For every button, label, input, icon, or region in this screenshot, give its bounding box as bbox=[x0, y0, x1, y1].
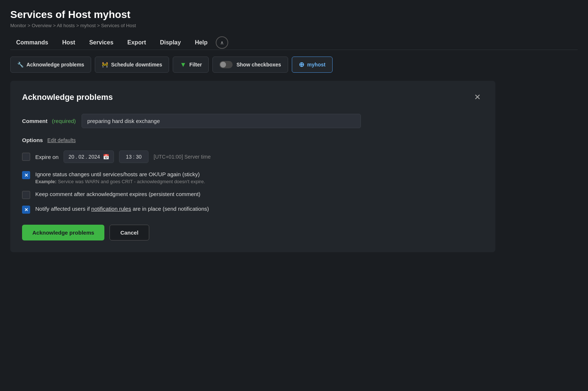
sticky-option-row: Ignore status changes until services/hos… bbox=[22, 171, 484, 184]
edit-defaults-link[interactable]: Edit defaults bbox=[47, 137, 76, 143]
toolbar: 🔧 Acknowledge problems 🚧 Schedule downti… bbox=[10, 57, 578, 73]
host-button[interactable]: ⊕ myhost bbox=[292, 57, 333, 73]
notify-label-suffix: are in place (send notifications) bbox=[133, 206, 209, 212]
expire-time-value: 13 : 30 bbox=[126, 154, 142, 160]
comment-input[interactable] bbox=[82, 114, 361, 128]
dialog-header: Acknowledge problems ✕ bbox=[22, 91, 484, 104]
notify-label-prefix: Notify affected users if bbox=[35, 206, 91, 212]
schedule-downtimes-button[interactable]: 🚧 Schedule downtimes bbox=[95, 57, 169, 73]
persistent-checkbox[interactable] bbox=[22, 191, 30, 199]
expire-date-input[interactable]: 20 . 02 . 2024 📅 bbox=[64, 151, 114, 163]
comment-row: Comment (required) bbox=[22, 114, 484, 128]
nav-display[interactable]: Display bbox=[154, 36, 187, 50]
filter-button[interactable]: ▼ Filter bbox=[173, 57, 209, 73]
nav-export[interactable]: Export bbox=[122, 36, 152, 50]
options-section: Options Edit defaults bbox=[22, 137, 484, 143]
expire-date-value: 20 . 02 . 2024 bbox=[68, 154, 100, 160]
nav-help[interactable]: Help bbox=[189, 36, 214, 50]
timezone-label: [UTC+01:00] Server time bbox=[154, 154, 211, 160]
nav-bar: Commands Host Services Export Display He… bbox=[10, 36, 578, 50]
filter-label: Filter bbox=[189, 62, 202, 68]
host-label: myhost bbox=[307, 62, 326, 68]
filter-icon: ▼ bbox=[180, 61, 186, 69]
example-bold: Example: bbox=[35, 179, 57, 184]
checkboxes-toggle[interactable] bbox=[219, 61, 233, 68]
expire-label: Expire on bbox=[35, 154, 58, 160]
sticky-checkbox[interactable] bbox=[22, 171, 30, 179]
options-title: Options bbox=[22, 137, 43, 143]
host-circle-icon: ⊕ bbox=[299, 61, 304, 69]
action-buttons: Acknowledge problems Cancel bbox=[22, 225, 484, 240]
acknowledge-dialog: Acknowledge problems ✕ Comment (required… bbox=[10, 81, 495, 252]
acknowledge-problems-label: Acknowledge problems bbox=[26, 62, 84, 68]
notify-option-row: Notify affected users if notification ru… bbox=[22, 206, 484, 214]
sticky-example: Example: Service was WARN and goes CRIT … bbox=[35, 179, 205, 184]
breadcrumb: Monitor > Overview > All hosts > myhost … bbox=[10, 23, 578, 28]
dialog-close-button[interactable]: ✕ bbox=[471, 91, 484, 104]
wrench-icon: 🔧 bbox=[17, 62, 24, 68]
show-checkboxes-button[interactable]: Show checkboxes bbox=[212, 57, 288, 73]
nav-collapse-button[interactable]: ∧ bbox=[216, 36, 228, 49]
sticky-option-label: Ignore status changes until services/hos… bbox=[35, 171, 205, 177]
notify-option-label: Notify affected users if notification ru… bbox=[35, 206, 209, 212]
expire-checkbox[interactable] bbox=[22, 153, 30, 161]
expire-time-input[interactable]: 13 : 30 bbox=[119, 151, 148, 163]
calendar-icon: 📅 bbox=[103, 154, 109, 160]
cancel-button[interactable]: Cancel bbox=[110, 225, 149, 240]
schedule-downtimes-label: Schedule downtimes bbox=[111, 62, 162, 68]
submit-acknowledge-button[interactable]: Acknowledge problems bbox=[22, 225, 104, 240]
nav-commands[interactable]: Commands bbox=[10, 36, 54, 50]
persistent-option-label: Keep comment after acknowledgment expire… bbox=[35, 191, 200, 197]
required-indicator: (required) bbox=[52, 118, 76, 124]
sticky-option-content: Ignore status changes until services/hos… bbox=[35, 171, 205, 184]
page-title: Services of Host myhost bbox=[10, 9, 578, 21]
acknowledge-problems-button[interactable]: 🔧 Acknowledge problems bbox=[10, 57, 91, 73]
expire-row: Expire on 20 . 02 . 2024 📅 13 : 30 [UTC+… bbox=[22, 151, 484, 163]
example-text: Service was WARN and goes CRIT - acknowl… bbox=[58, 179, 205, 184]
show-checkboxes-label: Show checkboxes bbox=[236, 62, 281, 68]
nav-host[interactable]: Host bbox=[56, 36, 81, 50]
dialog-title: Acknowledge problems bbox=[22, 93, 113, 102]
notification-rules-link[interactable]: notification rules bbox=[91, 206, 131, 212]
notify-checkbox[interactable] bbox=[22, 206, 30, 214]
persistent-option-row: Keep comment after acknowledgment expire… bbox=[22, 191, 484, 199]
nav-services[interactable]: Services bbox=[83, 36, 119, 50]
comment-label: Comment (required) bbox=[22, 118, 76, 124]
cone-icon: 🚧 bbox=[102, 62, 108, 68]
